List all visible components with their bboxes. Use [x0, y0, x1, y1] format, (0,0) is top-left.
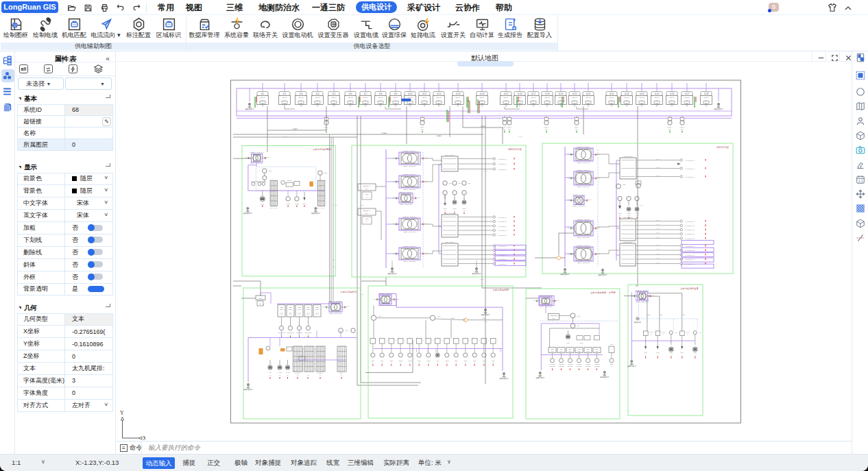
- svg-text:G-18: G-18: [545, 93, 550, 95]
- svg-text:30kVA: 30kVA: [339, 372, 343, 374]
- svg-text:太西九储变电所、水泵房: 太西九储变电所、水泵房: [590, 291, 616, 294]
- svg-text:xxXXX: xxXXX: [656, 253, 660, 254]
- svg-text:xxXXX: xxXXX: [656, 257, 660, 258]
- svg-text:7.5kW: 7.5kW: [426, 360, 431, 361]
- svg-text:xxxx6063 xxx: xxxx6063 xxx: [498, 169, 507, 170]
- svg-text:G-1: G-1: [261, 93, 264, 95]
- svg-text:xx: xx: [396, 339, 397, 341]
- svg-text:10kW: 10kW: [303, 203, 306, 204]
- svg-text:400A: 400A: [481, 99, 484, 101]
- svg-text:xxxx6063 xxxx: xxxx6063 xxxx: [685, 258, 695, 260]
- svg-text:55A: 55A: [346, 330, 348, 331]
- svg-text:xxxx6063 xxxx: xxxx6063 xxxx: [685, 233, 695, 234]
- svg-text:xxxx6063 xxxx: xxxx6063 xxxx: [685, 250, 695, 251]
- svg-text:KJZ-400/1140: KJZ-400/1140: [445, 213, 455, 214]
- svg-text:30kVA+30kVA: 30kVA+30kVA: [317, 207, 325, 208]
- svg-text:xxxx6063 xxx: xxxx6063 xxx: [498, 263, 507, 265]
- svg-text:3kW: 3kW: [372, 360, 374, 361]
- svg-text:4T5/762S: 4T5/762S: [586, 365, 592, 367]
- svg-text:xxkVA: xxkVA: [680, 126, 685, 128]
- svg-text:400A: 400A: [283, 99, 287, 101]
- svg-text:QBZ: QBZ: [280, 306, 283, 308]
- svg-text:80A: 80A: [577, 325, 580, 326]
- svg-text:xxkW: xxkW: [580, 342, 583, 343]
- svg-text:KBZ400: KBZ400: [348, 97, 353, 98]
- svg-text:QBZ: QBZ: [289, 306, 292, 308]
- svg-text:KBZ400: KBZ400: [572, 97, 577, 98]
- svg-text:xx: xx: [479, 339, 480, 341]
- svg-text:400A: 400A: [379, 99, 383, 101]
- svg-text:11kW: 11kW: [473, 360, 477, 361]
- svg-text:2x80: 2x80: [551, 350, 554, 352]
- svg-text:11kW: 11kW: [463, 360, 467, 361]
- svg-text:xxx kW: xxx kW: [661, 331, 665, 333]
- svg-text:KJZ-400/1140: KJZ-400/1140: [445, 241, 455, 243]
- svg-text:xxx: xxx: [287, 374, 289, 376]
- svg-text:xxx: xxx: [455, 362, 457, 363]
- svg-text:2x80: 2x80: [569, 350, 572, 352]
- svg-text:630kVA 10/0.69kV: 630kVA 10/0.69kV: [577, 262, 590, 263]
- svg-text:G-12: G-12: [437, 93, 442, 95]
- svg-text:娘娘庙风井: 娘娘庙风井: [481, 313, 490, 316]
- svg-text:7.5kW: 7.5kW: [408, 360, 412, 361]
- svg-text:2x80: 2x80: [560, 350, 563, 352]
- svg-text:太西九煤堆化装置: 太西九煤堆化装置: [680, 287, 699, 290]
- svg-text:KBZ400: KBZ400: [703, 97, 709, 98]
- svg-text:G-28: G-28: [704, 93, 709, 95]
- svg-text:160: 160: [699, 332, 701, 333]
- svg-text:xxxx6063 xxxx: xxxx6063 xxxx: [685, 160, 695, 161]
- svg-text:G-21: G-21: [586, 93, 591, 95]
- svg-text:G-7: G-7: [363, 93, 367, 95]
- svg-text:400A: 400A: [686, 99, 689, 101]
- svg-text:200A: 200A: [552, 317, 555, 319]
- svg-text:xx: xx: [366, 196, 367, 197]
- svg-text:xxkW: xxkW: [618, 213, 621, 214]
- svg-text:xxXXX: xxXXX: [656, 244, 660, 245]
- svg-text:xxXXX: xxXXX: [656, 232, 660, 233]
- svg-text:BXB: BXB: [365, 218, 369, 219]
- svg-text:xxx: xxx: [297, 374, 299, 376]
- svg-text:6L: 6L: [533, 300, 535, 301]
- svg-text:G-26: G-26: [670, 93, 675, 95]
- svg-text:xxx: xxx: [463, 210, 466, 211]
- svg-text:xxx: xxx: [694, 354, 696, 356]
- svg-text:xxx: xxx: [611, 365, 613, 367]
- svg-text:30+30kVA: 30+30kVA: [295, 372, 301, 374]
- svg-text:KBZ400: KBZ400: [684, 97, 690, 98]
- svg-text:400A: 400A: [587, 99, 590, 101]
- svg-text:xxxx6063 xxx: xxxx6063 xxx: [498, 221, 507, 222]
- svg-text:xxxx6063 xxx: xxxx6063 xxx: [498, 230, 507, 231]
- svg-text:xx: xx: [281, 311, 282, 313]
- svg-text:KBSGZY-T630/10Y: KBSGZY-T630/10Y: [636, 290, 649, 291]
- svg-text:xxxx6063 xxx: xxxx6063 xxx: [498, 163, 507, 165]
- svg-text:2x80: 2x80: [587, 350, 590, 352]
- svg-text:0.69: 0.69: [346, 306, 350, 307]
- svg-text:630kVA 10/0.69kV: 630kVA 10/0.69kV: [403, 231, 416, 232]
- svg-text:BZ: BZ: [259, 303, 261, 304]
- svg-text:UP-2: UP-2: [610, 343, 613, 345]
- svg-text:G-13: G-13: [456, 93, 461, 95]
- svg-text:KBZ400: KBZ400: [639, 97, 644, 98]
- svg-text:xxx: xxx: [474, 362, 476, 363]
- svg-text:xxkVA: xxkVA: [668, 126, 673, 128]
- svg-text:KBZ400: KBZ400: [609, 97, 614, 98]
- svg-text:娘娘庙风井: 娘娘庙风井: [388, 272, 397, 275]
- svg-text:160: 160: [675, 332, 677, 333]
- svg-text:QBZ: QBZ: [315, 306, 319, 308]
- svg-text:400A: 400A: [300, 99, 303, 101]
- svg-text:630kVA 10/0.69kV: 630kVA 10/0.69kV: [403, 165, 416, 167]
- svg-text:xxx: xxx: [390, 362, 392, 363]
- svg-text:xxkVA: xxkVA: [575, 126, 579, 128]
- svg-text:xxkW: xxkW: [635, 213, 638, 214]
- svg-text:4.4kW: 4.4kW: [286, 372, 290, 373]
- svg-text:xxx: xxx: [644, 354, 647, 356]
- svg-text:xxxx6063 xxx: xxxx6063 xxx: [498, 258, 507, 260]
- svg-text:5.5kW: 5.5kW: [399, 360, 403, 361]
- svg-text:xxxx6063 xxx: xxxx6063 xxx: [498, 158, 507, 160]
- svg-text:KBZ400: KBZ400: [669, 97, 675, 98]
- svg-text:400A: 400A: [546, 99, 549, 101]
- svg-text:25A: 25A: [449, 182, 452, 184]
- svg-text:7.5kW: 7.5kW: [418, 360, 422, 361]
- svg-text:xxkW: xxkW: [627, 213, 630, 214]
- svg-text:6kV: 6kV: [545, 128, 548, 130]
